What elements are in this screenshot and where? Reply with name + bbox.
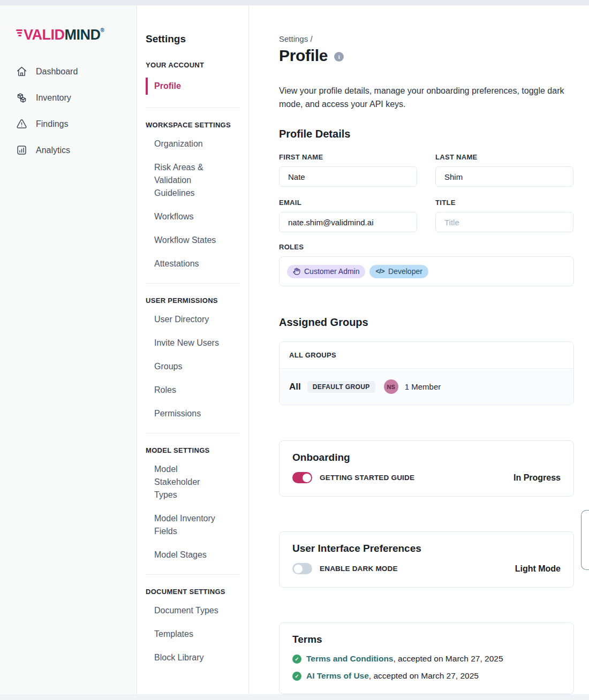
info-icon[interactable]: i: [334, 52, 344, 62]
title-field-group: TITLE: [435, 199, 573, 232]
terms-row: ✓ Terms and Conditions, accepted on Marc…: [292, 654, 561, 664]
nav-item-document-types[interactable]: Document Types: [154, 604, 220, 617]
title-input[interactable]: [435, 212, 573, 232]
group-name: All: [289, 382, 301, 392]
role-badge-developer: </> Developer: [369, 265, 428, 278]
sidebar-item-label: Inventory: [36, 93, 71, 103]
nav-divider: [146, 108, 240, 108]
sidebar-item-label: Analytics: [36, 146, 70, 155]
validmind-logo[interactable]: VALIDMIND ®: [16, 27, 137, 43]
default-group-badge: DEFAULT GROUP: [307, 381, 375, 393]
breadcrumb-separator: /: [310, 34, 312, 43]
cubes-icon: [16, 92, 27, 103]
right-drawer-handle[interactable]: [581, 510, 589, 570]
home-icon: [16, 66, 27, 77]
terms-accepted-text: , accepted on March 27, 2025: [393, 654, 503, 663]
warning-triangle-icon: [16, 118, 27, 130]
app-sidebar: VALIDMIND ® Dashboard Inventory Findings…: [0, 5, 137, 694]
logo-dashes-icon: [16, 29, 22, 36]
avatar[interactable]: NS: [384, 379, 398, 394]
nav-section-your-account: YOUR ACCOUNT: [146, 61, 240, 69]
sidebar-item-label: Dashboard: [36, 67, 78, 77]
nav-item-organization[interactable]: Organization: [154, 138, 220, 150]
nav-item-templates[interactable]: Templates: [154, 628, 220, 641]
nav-item-workflows[interactable]: Workflows: [154, 210, 220, 223]
nav-item-groups[interactable]: Groups: [154, 360, 220, 373]
check-circle-icon: ✓: [292, 655, 301, 664]
profile-details-heading: Profile Details: [279, 128, 589, 140]
email-field-group: EMAIL: [279, 199, 417, 232]
bar-chart-icon: [16, 144, 27, 156]
page-description: View your profile details, manage your o…: [279, 84, 568, 111]
roles-label: ROLES: [279, 243, 589, 251]
breadcrumb-settings[interactable]: Settings: [279, 34, 308, 43]
enable-dark-mode-toggle[interactable]: [292, 563, 312, 574]
registered-mark: ®: [101, 27, 104, 33]
settings-nav-title: Settings: [146, 33, 240, 45]
email-input[interactable]: [279, 212, 417, 232]
nav-divider: [146, 283, 240, 284]
getting-started-guide-toggle[interactable]: [292, 472, 312, 483]
terms-card: Terms ✓ Terms and Conditions, accepted o…: [279, 622, 574, 694]
terms-and-conditions-link[interactable]: Terms and Conditions: [306, 654, 393, 663]
logo-text: VALIDMIND: [24, 27, 101, 43]
nav-item-profile[interactable]: Profile: [146, 78, 211, 95]
nav-item-user-directory[interactable]: User Directory: [154, 313, 220, 326]
nav-item-invite-new-users[interactable]: Invite New Users: [154, 337, 220, 349]
last-name-field-group: LAST NAME: [435, 153, 573, 187]
ui-preferences-heading: User Interface Preferences: [292, 543, 561, 554]
onboarding-status: In Progress: [514, 473, 561, 483]
settings-nav: Settings YOUR ACCOUNT Profile WORKSPACE …: [137, 5, 249, 694]
terms-row: ✓ AI Terms of Use, accepted on March 27,…: [292, 671, 561, 681]
nav-item-permissions[interactable]: Permissions: [154, 407, 220, 420]
nav-item-risk-areas[interactable]: Risk Areas & Validation Guidelines: [154, 161, 220, 200]
onboarding-card: Onboarding GETTING STARTED GUIDE In Prog…: [279, 440, 574, 497]
sidebar-item-dashboard[interactable]: Dashboard: [16, 66, 137, 77]
first-name-label: FIRST NAME: [279, 153, 417, 161]
assigned-groups-card: ALL GROUPS All DEFAULT GROUP NS 1 Member: [279, 341, 574, 405]
nav-item-model-stages[interactable]: Model Stages: [154, 549, 220, 561]
sidebar-item-label: Findings: [36, 119, 68, 129]
email-label: EMAIL: [279, 199, 417, 207]
title-label: TITLE: [435, 199, 573, 207]
code-icon: </>: [375, 268, 384, 275]
enable-dark-mode-label: ENABLE DARK MODE: [320, 565, 398, 573]
profile-settings-page: VALIDMIND ® Dashboard Inventory Findings…: [0, 0, 589, 700]
nav-section-document-settings: DOCUMENT SETTINGS: [146, 588, 240, 596]
nav-item-attestations[interactable]: Attestations: [154, 257, 220, 270]
roles-box: Customer Admin </> Developer: [279, 256, 574, 286]
nav-section-user-permissions: USER PERMISSIONS: [146, 296, 240, 305]
ai-terms-of-use-link[interactable]: AI Terms of Use: [306, 671, 369, 680]
first-name-field-group: FIRST NAME: [279, 153, 417, 187]
onboarding-heading: Onboarding: [292, 452, 561, 463]
role-badge-customer-admin: Customer Admin: [287, 265, 365, 278]
nav-item-model-inventory-fields[interactable]: Model Inventory Fields: [154, 512, 220, 538]
hand-icon: [293, 268, 300, 275]
nav-item-workflow-states[interactable]: Workflow States: [154, 234, 220, 247]
first-name-input[interactable]: [279, 166, 417, 187]
getting-started-guide-label: GETTING STARTED GUIDE: [320, 474, 414, 482]
nav-item-model-stakeholder-types[interactable]: Model Stakeholder Types: [154, 463, 220, 501]
sidebar-item-findings[interactable]: Findings: [16, 118, 137, 130]
window-top-strip: [0, 0, 589, 5]
all-groups-header: ALL GROUPS: [280, 342, 573, 369]
window-bottom-strip: [0, 694, 589, 700]
group-row-all[interactable]: All DEFAULT GROUP NS 1 Member: [280, 369, 573, 405]
last-name-label: LAST NAME: [435, 153, 573, 161]
sidebar-item-inventory[interactable]: Inventory: [16, 92, 137, 103]
nav-item-roles[interactable]: Roles: [154, 384, 220, 397]
main-content: Settings / Profile i View your profile d…: [249, 5, 589, 694]
sidebar-item-analytics[interactable]: Analytics: [16, 144, 137, 156]
breadcrumb: Settings /: [279, 34, 589, 43]
nav-section-model-settings: MODEL SETTINGS: [146, 446, 240, 454]
terms-accepted-text: , accepted on March 27, 2025: [369, 671, 479, 680]
ui-preferences-card: User Interface Preferences ENABLE DARK M…: [279, 531, 574, 588]
check-circle-icon: ✓: [292, 672, 301, 681]
last-name-input[interactable]: [435, 166, 573, 187]
nav-divider: [146, 433, 240, 433]
nav-item-block-library[interactable]: Block Library: [154, 651, 220, 664]
member-count: 1 Member: [405, 382, 441, 391]
ui-mode-status: Light Mode: [515, 564, 561, 574]
nav-section-workspace-settings: WORKSPACE SETTINGS: [146, 121, 240, 129]
page-title: Profile: [279, 47, 328, 65]
